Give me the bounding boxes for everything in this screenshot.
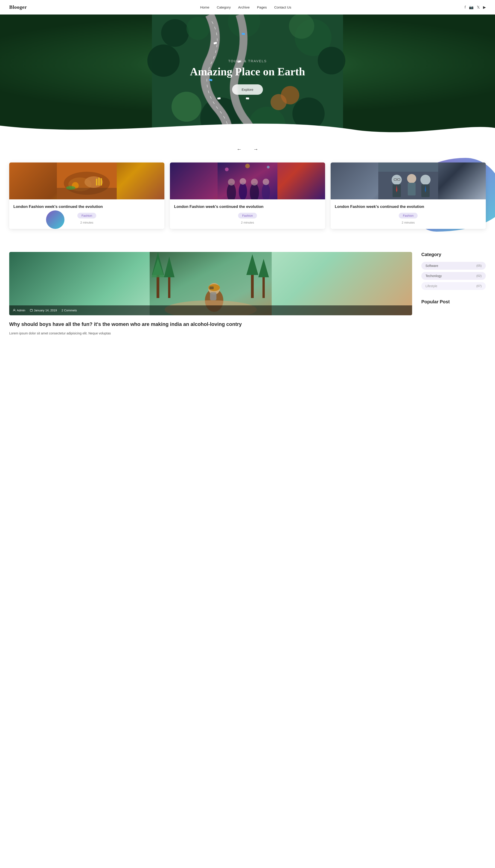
article-date-label: January 14, 2019 (30, 309, 57, 312)
svg-rect-28 (101, 178, 102, 185)
card-1-time: 2 minutes (13, 221, 160, 224)
hero-subtitle: Tours & Travels (190, 59, 305, 63)
svg-point-6 (289, 15, 314, 39)
svg-rect-14 (217, 97, 221, 99)
social-links: f 📷 𝕏 ▶ (465, 5, 486, 10)
category-title: Category (421, 252, 486, 257)
prev-arrow[interactable]: ← (234, 145, 244, 153)
article-comments-label: 2 Commets (62, 309, 77, 312)
article-author-label: Admin (13, 309, 25, 312)
site-logo[interactable]: Blooger (9, 4, 27, 10)
article-excerpt: Lorem ipsum dolor sit amet consectetur a… (9, 331, 412, 336)
svg-rect-26 (96, 179, 97, 185)
explore-button[interactable]: Explore (232, 84, 263, 95)
cards-grid: London Fashion week's continued the evol… (9, 163, 486, 229)
svg-point-1 (161, 19, 189, 47)
card-3-image (330, 163, 486, 199)
card-2-image (170, 163, 325, 199)
svg-point-74 (14, 309, 15, 310)
instagram-icon[interactable]: 📷 (469, 5, 474, 10)
card-3-title: London Fashion week's continued the evol… (335, 204, 482, 210)
hero-wave (0, 112, 495, 139)
svg-point-33 (228, 179, 235, 185)
popular-title: Popular Post (421, 299, 486, 305)
nav-archive[interactable]: Archive (238, 5, 250, 9)
next-arrow[interactable]: → (251, 145, 261, 153)
svg-point-39 (263, 179, 269, 185)
article-title: Why should boys have all the fun? it's t… (9, 321, 412, 328)
svg-rect-27 (98, 178, 100, 185)
card-3-time: 2 minutes (335, 221, 482, 224)
cards-section: London Fashion week's continued the evol… (0, 158, 495, 243)
card-1[interactable]: London Fashion week's continued the evol… (9, 163, 165, 229)
svg-point-41 (267, 166, 270, 168)
main-content: Admin January 14, 2019 2 Commets Why sho… (0, 243, 495, 350)
navbar: Blooger Home Category Archive Pages Cont… (0, 0, 495, 15)
category-lifestyle-label: Lifestyle (425, 284, 437, 288)
sidebar: Category Software (05) Techonlogy (02) L… (421, 252, 486, 336)
category-technology-count: (02) (476, 274, 482, 278)
main-article: Admin January 14, 2019 2 Commets Why sho… (9, 252, 412, 336)
svg-point-40 (225, 167, 228, 171)
nav-links: Home Category Archive Pages Contact Us (200, 5, 291, 9)
category-technology-label: Techonlogy (425, 274, 442, 278)
popular-section: Popular Post (421, 299, 486, 305)
category-technology[interactable]: Techonlogy (02) (421, 272, 486, 280)
twitter-icon[interactable]: 𝕏 (477, 5, 480, 10)
card-3-tag[interactable]: Fashion (399, 213, 417, 218)
category-lifestyle[interactable]: Lifestyle (07) (421, 282, 486, 290)
facebook-icon[interactable]: f (465, 5, 466, 10)
svg-point-5 (318, 47, 345, 75)
blob-circle (46, 210, 65, 229)
svg-point-37 (251, 179, 258, 185)
slider-arrows: ← → (0, 139, 495, 158)
nav-home[interactable]: Home (200, 5, 209, 9)
card-2-tag[interactable]: Fashion (238, 213, 257, 218)
svg-point-23 (85, 176, 103, 188)
svg-point-42 (245, 164, 250, 168)
svg-rect-55 (378, 163, 438, 172)
svg-rect-25 (57, 188, 117, 199)
category-software-label: Software (425, 264, 438, 267)
svg-rect-17 (246, 98, 249, 100)
hero-title: Amazing Place on Earth (190, 65, 305, 78)
card-1-body: London Fashion week's continued the evol… (9, 199, 165, 229)
svg-point-19 (271, 94, 287, 110)
category-software[interactable]: Software (05) (421, 262, 486, 270)
svg-rect-50 (408, 183, 415, 195)
card-1-image (9, 163, 165, 199)
svg-point-35 (240, 178, 246, 185)
svg-point-51 (421, 175, 430, 185)
card-1-tag[interactable]: Fashion (78, 213, 96, 218)
card-2-title: London Fashion week's continued the evol… (174, 204, 321, 210)
nav-contact[interactable]: Contact Us (274, 5, 291, 9)
article-meta: Admin January 14, 2019 2 Commets (9, 306, 412, 315)
card-2-body: London Fashion week's continued the evol… (170, 199, 325, 229)
card-3[interactable]: London Fashion week's continued the evol… (330, 163, 486, 229)
category-section: Category Software (05) Techonlogy (02) L… (421, 252, 486, 290)
svg-point-29 (66, 186, 75, 190)
svg-point-3 (147, 45, 180, 77)
svg-point-49 (407, 174, 416, 183)
category-lifestyle-count: (07) (476, 284, 482, 288)
svg-point-34 (239, 182, 247, 199)
card-3-body: London Fashion week's continued the evol… (330, 199, 486, 229)
card-1-title: London Fashion week's continued the evol… (13, 204, 160, 210)
youtube-icon[interactable]: ▶ (483, 5, 486, 10)
svg-rect-15 (242, 33, 245, 35)
hero-section: Tours & Travels Amazing Place on Earth E… (0, 15, 495, 139)
nav-category[interactable]: Category (217, 5, 231, 9)
card-2[interactable]: London Fashion week's continued the evol… (170, 163, 325, 229)
category-software-count: (05) (476, 264, 482, 267)
svg-rect-75 (30, 309, 32, 311)
svg-point-2 (187, 17, 209, 40)
nav-pages[interactable]: Pages (257, 5, 267, 9)
card-2-time: 2 minutes (174, 221, 321, 224)
hero-content: Tours & Travels Amazing Place on Earth E… (190, 59, 305, 95)
